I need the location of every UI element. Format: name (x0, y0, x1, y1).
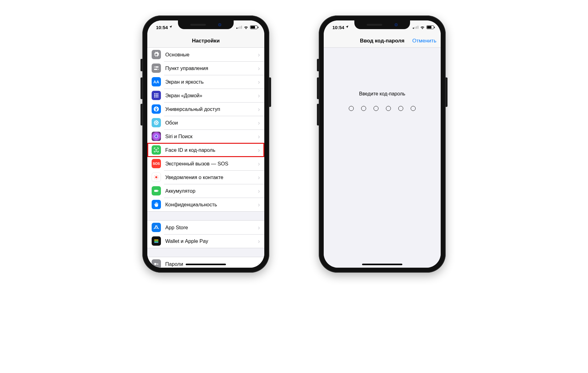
switches-icon (152, 64, 161, 73)
passcode-dot (349, 106, 354, 111)
settings-row-siri[interactable]: Siri и Поиск› (147, 129, 264, 143)
chevron-right-icon: › (258, 78, 260, 86)
status-time: 10:54 (332, 25, 344, 30)
chevron-right-icon: › (258, 261, 260, 268)
svg-point-23 (157, 123, 158, 125)
homescreen-icon (152, 91, 161, 100)
svg-rect-8 (156, 95, 157, 96)
home-indicator[interactable] (362, 264, 402, 265)
chevron-right-icon: › (258, 92, 260, 99)
row-label: Аккумулятор (165, 188, 258, 194)
settings-row-appstore[interactable]: App Store› (147, 221, 264, 234)
svg-point-31 (158, 177, 159, 178)
svg-rect-43 (158, 264, 158, 265)
settings-row-home-grid[interactable]: Экран «Домой»› (147, 89, 264, 102)
settings-list[interactable]: Основные›Пункт управления›AAЭкран и ярко… (147, 48, 264, 268)
svg-rect-12 (157, 96, 158, 97)
settings-row-exposure[interactable]: Уведомления о контакте› (147, 170, 264, 184)
chevron-right-icon: › (258, 147, 260, 154)
svg-point-30 (154, 177, 155, 178)
svg-rect-36 (154, 190, 158, 192)
passcode-dots[interactable] (349, 106, 416, 111)
settings-row-accessibility[interactable]: Универсальный доступ› (147, 102, 264, 116)
settings-row-keys[interactable]: Пароли› (147, 257, 264, 268)
settings-row-switches[interactable]: Пункт управления› (147, 61, 264, 75)
svg-point-15 (156, 122, 157, 124)
battery-settings-icon (152, 186, 161, 195)
gear-icon (152, 50, 161, 59)
settings-row-gear[interactable]: Основные› (147, 48, 264, 61)
battery-icon (250, 25, 257, 29)
wallet-icon (152, 236, 161, 246)
svg-rect-38 (154, 239, 158, 240)
chevron-right-icon: › (258, 160, 260, 167)
wallpaper-icon (152, 118, 161, 127)
svg-point-18 (154, 122, 155, 123)
phone-left: 10:54 Настройки Основные›Пункт управлени… (142, 15, 269, 273)
passwords-icon (152, 259, 161, 268)
chevron-right-icon: › (258, 51, 260, 58)
row-label: Экстренный вызов — SOS (165, 161, 258, 167)
privacy-icon (152, 200, 161, 209)
row-label: Пункт управления (165, 65, 258, 71)
wifi-icon (420, 25, 425, 30)
status-time: 10:54 (156, 25, 168, 30)
siri-icon (152, 132, 161, 141)
phone-right: 10:54 Ввод код-пароля Отменить Введите к… (319, 15, 446, 273)
chevron-right-icon: › (258, 238, 260, 245)
exposure-icon (152, 173, 161, 182)
nav-header: Настройки (147, 34, 264, 48)
chevron-right-icon: › (258, 187, 260, 195)
settings-row-wallet[interactable]: Wallet и Apple Pay› (147, 234, 264, 248)
svg-point-22 (154, 123, 156, 125)
svg-rect-9 (157, 95, 158, 96)
location-icon (345, 25, 349, 29)
svg-rect-11 (156, 96, 157, 97)
chevron-right-icon: › (258, 201, 260, 208)
cancel-button[interactable]: Отменить (412, 38, 436, 44)
home-indicator[interactable] (186, 264, 226, 265)
chevron-right-icon: › (258, 224, 260, 231)
row-label: Face ID и код-пароль (165, 147, 258, 153)
passcode-screen: Введите код-пароль (324, 48, 441, 268)
row-label: Конфиденциальность (165, 202, 258, 208)
svg-point-29 (156, 179, 157, 180)
row-label: Обои (165, 120, 258, 126)
faceid-icon (152, 145, 161, 155)
chevron-right-icon: › (258, 65, 260, 72)
row-label: Экран «Домой» (165, 93, 258, 99)
svg-point-24 (155, 135, 158, 138)
svg-rect-10 (154, 96, 155, 97)
settings-row-sos[interactable]: SOSЭкстренный вызов — SOS› (147, 157, 264, 170)
svg-point-21 (157, 121, 158, 122)
display-icon: AA (152, 77, 161, 86)
chevron-right-icon: › (258, 174, 260, 181)
nav-header: Ввод код-пароля Отменить (324, 34, 441, 48)
passcode-prompt: Введите код-пароль (359, 91, 405, 97)
cell-signal-icon (236, 26, 242, 29)
row-label: Wallet и Apple Pay (165, 238, 258, 244)
svg-rect-7 (154, 95, 155, 96)
svg-point-26 (157, 149, 157, 150)
chevron-right-icon: › (258, 119, 260, 126)
settings-row-flower[interactable]: Обои› (147, 116, 264, 129)
settings-row-faceid[interactable]: Face ID и код-пароль› (147, 143, 264, 157)
svg-point-3 (157, 69, 158, 70)
svg-point-41 (154, 263, 156, 265)
svg-point-27 (155, 176, 158, 178)
page-title: Настройки (192, 38, 220, 44)
settings-row-battery[interactable]: Аккумулятор› (147, 184, 264, 198)
svg-point-28 (156, 175, 157, 176)
cell-signal-icon (413, 26, 418, 29)
wifi-icon (244, 25, 249, 30)
settings-row-aa[interactable]: AAЭкран и яркость› (147, 75, 264, 89)
passcode-dot (361, 106, 366, 111)
svg-point-25 (155, 149, 156, 150)
svg-point-17 (156, 124, 157, 125)
svg-rect-5 (156, 93, 157, 94)
settings-row-hand[interactable]: Конфиденциальность› (147, 198, 264, 211)
svg-point-34 (154, 178, 155, 179)
row-label: Экран и яркость (165, 79, 258, 85)
passcode-dot (386, 106, 391, 111)
chevron-right-icon: › (258, 106, 260, 113)
